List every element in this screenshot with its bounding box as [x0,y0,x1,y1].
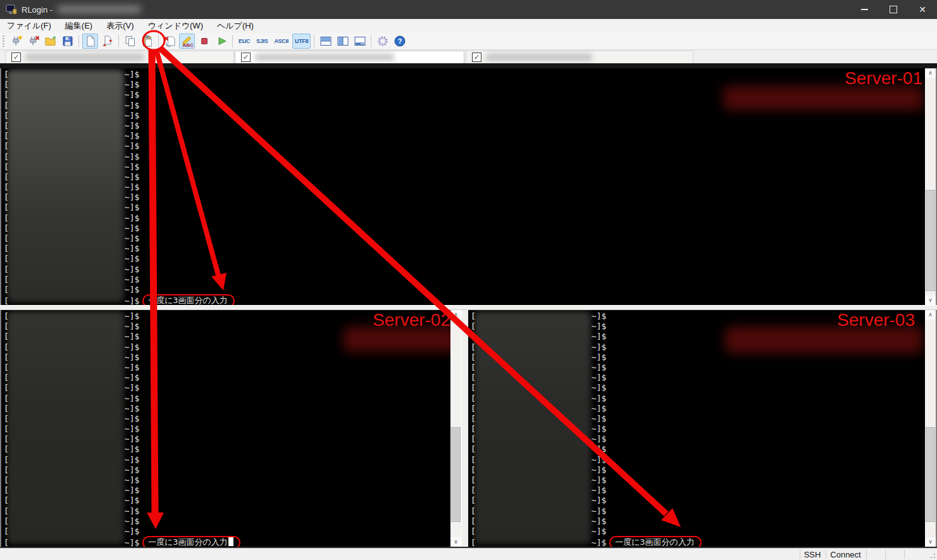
broadcast-target-checkbox[interactable]: ✓ [241,53,251,62]
terminal-pane-server-02[interactable]: Server-02 [~]$[~]$[~]$[~]$[~]$[~]$[~]$[~… [1,310,450,547]
scroll-down-button[interactable]: ∨ [450,537,461,547]
window-list-button[interactable] [352,34,368,49]
broadcast-target-checkbox[interactable]: ✓ [472,53,481,62]
svg-text:ABC: ABC [182,42,194,48]
terminal-line: [~]$ [468,373,925,383]
terminal-line: [~]$一度に3画面分の入力 [1,295,925,305]
menu-item-1[interactable]: 編集(E) [58,19,99,33]
status-separator [866,550,867,559]
terminal-line: [~]$一度に3画面分の入力 [468,537,925,547]
scroll-track[interactable] [925,78,936,296]
scrollbar-pane-3[interactable]: ∧ ∨ [925,310,936,547]
vertical-splitter[interactable] [461,310,468,547]
scroll-down-button[interactable]: ∨ [925,537,936,547]
connect-button[interactable] [8,34,24,49]
menu-item-4[interactable]: ヘルプ(H) [210,19,261,33]
window-resize-grip[interactable] [928,551,936,559]
close-button[interactable]: ✕ [908,0,937,19]
copy-icon [124,35,137,47]
toolbar-separator [371,35,371,47]
minimize-icon [861,9,868,10]
terminal-line: [~]$ [1,404,450,414]
scroll-thumb[interactable] [926,190,935,291]
help-button[interactable]: ? [392,34,407,49]
terminal-line: [~]$ [468,434,925,444]
toolbar-separator [314,35,314,47]
menu-item-2[interactable]: 表示(V) [99,19,140,33]
paste-button[interactable] [139,34,155,49]
paste-confirm-button[interactable] [162,34,178,49]
paste-confirm-icon [164,35,177,47]
session-tab-3[interactable]: ✓ [466,51,693,64]
maximize-button[interactable] [879,0,908,19]
settings-gear-button[interactable] [375,34,390,49]
split-horizontal-button[interactable] [318,34,333,49]
server-label: Server-01 [845,68,922,89]
horizontal-splitter[interactable] [0,305,937,310]
toolbar-drag-handle[interactable] [3,35,4,47]
run-button[interactable] [213,34,229,49]
toolbar: ABCEUCSJISASCIIUTF8? [0,33,937,50]
status-connection-state: Connect [826,549,866,560]
open-folder-button[interactable] [42,34,58,49]
minimize-button[interactable] [850,0,879,19]
terminal-line: [~]$ [1,414,450,424]
copy-button[interactable] [122,34,138,49]
broadcast-input-button[interactable]: ABC [179,34,195,49]
terminal-line: [~]$ [1,394,450,404]
terminal-line: [~]$ [1,363,450,373]
terminal-pane-server-03[interactable]: Server-03 [~]$[~]$[~]$[~]$[~]$[~]$[~]$[~… [468,310,925,547]
terminal-line: [~]$ [1,455,450,465]
terminal-line: [~]$ [468,516,925,526]
menu-item-3[interactable]: ウィンドウ(W) [141,19,210,33]
toolbar-separator [118,35,119,47]
terminal-line: [~]$ [468,444,925,454]
break-button[interactable] [196,34,212,49]
encoding-sjis[interactable]: SJIS [254,34,270,49]
maximize-icon [890,6,897,13]
toolbar-separator [78,35,79,47]
broadcast-input-icon: ABC [181,35,194,47]
encoding-euc[interactable]: EUC [236,34,252,49]
menu-item-0[interactable]: ファイル(F) [0,19,58,33]
session-tab-2[interactable]: ✓ [235,51,464,64]
settings-gear-icon [376,35,389,47]
session-tab-1[interactable]: ✓ [5,51,234,64]
new-document-button[interactable] [82,34,98,49]
scroll-down-button[interactable]: ∨ [925,296,936,305]
menu-bar: ファイル(F)編集(E)表示(V)ウィンドウ(W)ヘルプ(H) [0,19,937,33]
scrollbar-pane-1[interactable]: ∧ ∨ [925,68,936,305]
split-vertical-button[interactable] [335,34,351,49]
scrollbar-pane-2[interactable]: ∧ ∨ [450,310,461,547]
redacted-tab-label [486,54,592,61]
terminal-line: [~]$ [1,373,450,383]
scroll-up-button[interactable]: ∧ [925,310,936,320]
terminal-line: [~]$ [1,465,450,475]
redacted-red-banner [723,86,923,110]
encoding-ascii[interactable]: ASCII [271,34,291,49]
scroll-up-button[interactable]: ∧ [450,310,461,320]
broadcast-command-callout: 一度に3画面分の入力 [609,536,701,547]
terminal-pane-server-01[interactable]: Server-01 [~]$[~]$[~]$[~]$[~]$[~]$[~]$[~… [1,68,925,305]
save-button[interactable] [59,34,75,49]
scroll-thumb[interactable] [926,427,935,522]
redacted-tab-label [255,54,394,61]
terminal-line: [~]$ [1,506,450,516]
redacted-red-banner [725,327,922,353]
terminal-line: [~]$ [1,202,925,213]
terminal-line: [~]$一度に3画面分の入力 [1,537,450,547]
scroll-thumb[interactable] [451,427,461,522]
terminal-line: [~]$ [1,111,925,121]
window-title: RLogin - [22,5,53,15]
transfer-document-button[interactable] [99,34,115,49]
scroll-track[interactable] [450,320,461,537]
terminal-line: [~]$ [1,213,925,223]
encoding-utf8[interactable]: UTF8 [292,34,311,49]
broadcast-target-checkbox[interactable]: ✓ [11,53,21,62]
scroll-track[interactable] [925,320,936,537]
terminal-line: [~]$ [1,285,925,295]
typed-command: 一度に3画面分の入力 [615,537,694,547]
terminal-line: [~]$ [1,192,925,202]
scroll-up-button[interactable]: ∧ [925,68,936,78]
disconnect-button[interactable] [25,34,41,49]
